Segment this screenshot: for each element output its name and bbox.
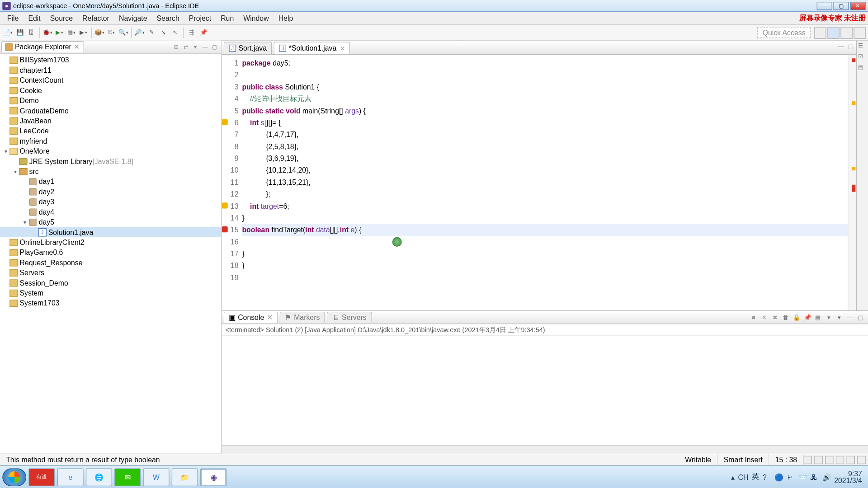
code-line[interactable]: int target=6;: [242, 200, 848, 212]
tray-icon[interactable]: 🔵: [774, 473, 783, 481]
pin-console-button[interactable]: 📌: [802, 313, 812, 322]
start-button[interactable]: [2, 468, 26, 486]
line-number[interactable]: 1: [223, 57, 238, 69]
menu-file[interactable]: File: [2, 13, 24, 23]
save-button[interactable]: 💾: [14, 27, 25, 38]
line-number[interactable]: 19: [223, 272, 238, 283]
console-tab[interactable]: ▣ Console ✕: [224, 312, 278, 323]
line-number[interactable]: 3: [223, 81, 238, 93]
tree-item[interactable]: System: [0, 288, 221, 298]
code-line[interactable]: {3,6,9,19},: [242, 153, 848, 164]
menu-search[interactable]: Search: [152, 13, 184, 23]
tree-item[interactable]: JRE System Library [JavaSE-1.8]: [0, 156, 221, 166]
remove-launch-button[interactable]: ✕: [760, 313, 769, 322]
link-editor-button[interactable]: ⇄: [182, 42, 190, 51]
console-output[interactable]: [222, 336, 868, 445]
code-line[interactable]: int s[][]= {: [242, 117, 848, 128]
tree-item[interactable]: ▾OneMore: [0, 146, 221, 156]
search-button[interactable]: 🔎: [134, 27, 145, 38]
status-icon[interactable]: [825, 455, 833, 464]
clear-console-button[interactable]: 🗑: [781, 313, 790, 322]
line-number[interactable]: 7: [223, 129, 238, 141]
markers-tab[interactable]: ⚑ Markers: [280, 312, 326, 323]
tray-flag-icon[interactable]: 🏳: [787, 473, 795, 481]
tree-item[interactable]: day2: [0, 187, 221, 197]
status-icon[interactable]: [814, 455, 822, 464]
tray-icon[interactable]: 📨: [798, 473, 807, 481]
maximize-view-button[interactable]: ▢: [211, 42, 219, 51]
tree-item[interactable]: PlayGame0.6: [0, 247, 221, 257]
tree-item[interactable]: OnlineLibraryClient2: [0, 237, 221, 247]
tree-item[interactable]: ▾src: [0, 166, 221, 176]
package-explorer-tab[interactable]: Package Explorer ✕: [1, 41, 84, 52]
menu-source[interactable]: Source: [45, 13, 77, 23]
code-line[interactable]: boolean findTarget(int data[][],int e) {: [242, 224, 848, 236]
code-line[interactable]: {11,13,15,21},: [242, 176, 848, 188]
debug-button[interactable]: 🐞: [42, 27, 53, 38]
java-perspective-button[interactable]: [827, 27, 839, 38]
minimize-button[interactable]: —: [817, 1, 832, 9]
taskbar-app-wechat[interactable]: ✉: [114, 468, 141, 486]
taskbar-app-explorer[interactable]: 📁: [172, 468, 198, 486]
pin-button[interactable]: 📌: [198, 27, 209, 38]
new-console-button[interactable]: ▾: [835, 313, 844, 322]
taskbar-app-eclipse[interactable]: ◉: [200, 468, 226, 486]
tree-item[interactable]: LeeCode: [0, 126, 221, 136]
editor-maximize-button[interactable]: ▢: [847, 42, 855, 50]
task-list-icon[interactable]: ☑: [858, 54, 866, 62]
taskbar-app-wps[interactable]: W: [143, 468, 169, 486]
code-line[interactable]: package day5;: [242, 57, 848, 69]
menu-project[interactable]: Project: [184, 13, 216, 23]
editor-tab-sort[interactable]: J Sort.java: [224, 42, 272, 54]
tree-twisty-icon[interactable]: ▾: [12, 169, 19, 174]
tree-item[interactable]: BillSystem1703: [0, 55, 221, 65]
code-line[interactable]: {1,4,7,17},: [242, 129, 848, 141]
line-number[interactable]: 8: [223, 141, 238, 152]
tray-ime[interactable]: CH: [738, 473, 748, 481]
save-all-button[interactable]: 🗄: [26, 27, 37, 38]
toggle-mark-button[interactable]: ✎: [146, 27, 157, 38]
new-java-button[interactable]: 📦: [94, 27, 105, 38]
new-button[interactable]: 📄: [2, 27, 13, 38]
tree-item[interactable]: day1: [0, 176, 221, 186]
code-line[interactable]: //矩阵中找目标元素: [242, 93, 848, 105]
tree-item[interactable]: Solution1.java: [0, 227, 221, 237]
line-number[interactable]: 16: [223, 236, 238, 248]
status-icon[interactable]: [857, 455, 865, 464]
code-line[interactable]: };: [242, 188, 848, 200]
open-console-button[interactable]: ▾: [824, 313, 833, 322]
close-tab-icon[interactable]: ✕: [340, 45, 345, 52]
close-button[interactable]: ✕: [850, 1, 865, 9]
tray-clock[interactable]: 9:37 2021/3/4: [834, 470, 862, 484]
taskbar-app-ie[interactable]: e: [57, 468, 84, 486]
minimize-view-button[interactable]: —: [201, 42, 209, 51]
tray-volume-icon[interactable]: 🔊: [822, 473, 830, 481]
tree-item[interactable]: System1703: [0, 298, 221, 308]
menu-help[interactable]: Help: [274, 13, 298, 23]
maximize-button[interactable]: ▢: [834, 1, 849, 9]
tray-network-icon[interactable]: 🖧: [810, 473, 818, 481]
menu-refactor[interactable]: Refactor: [78, 13, 114, 23]
code-line[interactable]: [242, 236, 848, 248]
line-number[interactable]: 18: [223, 260, 238, 272]
open-perspective-button[interactable]: [814, 27, 826, 38]
line-number[interactable]: 2: [223, 69, 238, 81]
line-number[interactable]: 15: [223, 224, 238, 236]
close-tab-icon[interactable]: ✕: [267, 314, 273, 322]
tree-twisty-icon[interactable]: ▾: [2, 148, 9, 154]
open-type-button[interactable]: 🔍: [118, 27, 129, 38]
javaee-perspective-button[interactable]: [840, 27, 852, 38]
display-selected-button[interactable]: ▤: [813, 313, 823, 322]
line-number[interactable]: 4: [223, 93, 238, 105]
view-close-icon[interactable]: ✕: [74, 43, 80, 51]
error-marker-icon[interactable]: [852, 185, 855, 192]
coverage-button[interactable]: ▦: [66, 27, 77, 38]
tree-item[interactable]: Cookie: [0, 85, 221, 95]
code-line[interactable]: public class Solution1 {: [242, 81, 848, 93]
code-line[interactable]: {10,12,14,20},: [242, 164, 848, 176]
tray-ime[interactable]: 英: [752, 472, 759, 482]
warning-marker-icon[interactable]: [852, 167, 855, 170]
tree-item[interactable]: myfriend: [0, 136, 221, 146]
code-line[interactable]: }: [242, 248, 848, 260]
line-number[interactable]: 14: [223, 212, 238, 224]
